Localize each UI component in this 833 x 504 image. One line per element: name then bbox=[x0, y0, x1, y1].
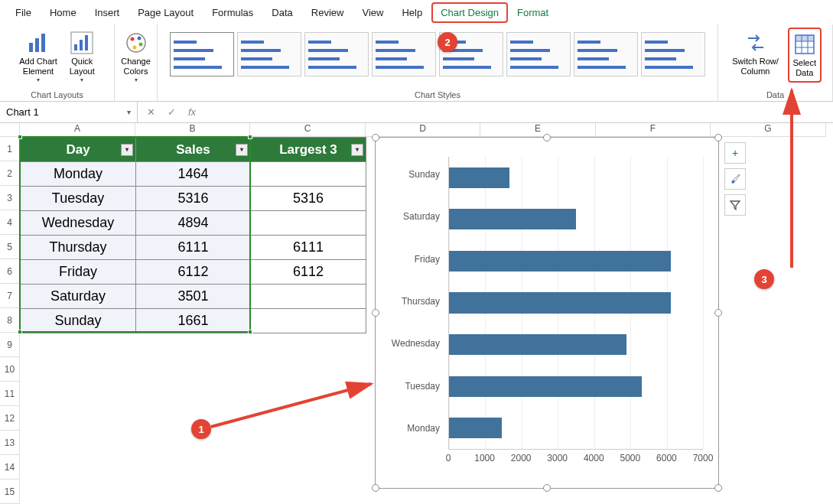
row-header[interactable]: 2 bbox=[0, 161, 20, 186]
column-header[interactable]: C bbox=[250, 123, 366, 137]
table-cell[interactable]: Wednesday bbox=[21, 211, 136, 236]
column-header[interactable]: D bbox=[366, 123, 480, 137]
column-header[interactable]: A bbox=[20, 123, 135, 137]
menu-view[interactable]: View bbox=[353, 2, 392, 23]
row-header[interactable]: 15 bbox=[0, 480, 20, 504]
row-header[interactable]: 8 bbox=[0, 308, 20, 333]
chart-style-7[interactable] bbox=[574, 32, 638, 76]
menu-chart-design[interactable]: Chart Design bbox=[431, 2, 508, 23]
chart-filters-button[interactable] bbox=[724, 194, 746, 216]
table-cell[interactable]: 1661 bbox=[136, 309, 251, 333]
embedded-chart[interactable]: MondayTuesdayWednesdayThursdayFridaySatu… bbox=[375, 137, 719, 489]
menu-home[interactable]: Home bbox=[41, 2, 86, 23]
filter-button[interactable]: ▾ bbox=[351, 144, 363, 156]
table-cell[interactable]: 6112 bbox=[251, 260, 366, 285]
chart-resize-handle[interactable] bbox=[372, 309, 379, 317]
row-header[interactable]: 10 bbox=[0, 357, 20, 382]
table-cell[interactable]: 1464 bbox=[136, 162, 251, 187]
chart-style-2[interactable] bbox=[237, 32, 301, 76]
chart-resize-handle[interactable] bbox=[714, 484, 722, 492]
select-all-corner[interactable] bbox=[0, 123, 20, 137]
chart-style-8[interactable] bbox=[641, 32, 705, 76]
table-cell[interactable]: 6112 bbox=[136, 260, 251, 285]
row-header[interactable]: 11 bbox=[0, 382, 20, 406]
table-cell[interactable]: 3501 bbox=[136, 285, 251, 309]
row-header[interactable]: 6 bbox=[0, 259, 20, 284]
table-header-largest3[interactable]: Largest 3▾ bbox=[251, 138, 366, 162]
table-cell[interactable]: 5316 bbox=[136, 187, 251, 211]
chart-resize-handle[interactable] bbox=[372, 484, 379, 492]
menu-file[interactable]: File bbox=[6, 2, 41, 23]
chart-elements-button[interactable]: + bbox=[724, 142, 746, 164]
row-header[interactable]: 1 bbox=[0, 137, 20, 161]
chart-style-4[interactable] bbox=[372, 32, 436, 76]
row-header[interactable]: 13 bbox=[0, 431, 20, 455]
chart-style-6[interactable] bbox=[506, 32, 571, 76]
row-header[interactable]: 5 bbox=[0, 235, 20, 259]
chart-styles-button[interactable] bbox=[724, 168, 746, 190]
table-cell[interactable] bbox=[251, 211, 366, 236]
table-cell[interactable] bbox=[251, 309, 366, 333]
row-header[interactable]: 3 bbox=[0, 186, 20, 210]
table-cell[interactable] bbox=[251, 285, 366, 309]
chart-resize-handle[interactable] bbox=[543, 134, 551, 141]
row-header[interactable]: 14 bbox=[0, 455, 20, 480]
table-row: Tuesday53165316 bbox=[21, 187, 366, 211]
table-cell[interactable]: 6111 bbox=[136, 236, 251, 260]
chart-style-1[interactable] bbox=[170, 32, 234, 76]
select-data-button[interactable]: Select Data bbox=[788, 28, 822, 83]
table-cell[interactable] bbox=[251, 162, 366, 187]
name-box[interactable]: Chart 1 ▾ bbox=[0, 102, 138, 122]
formula-cancel-button[interactable]: ✕ bbox=[144, 106, 158, 118]
table-cell[interactable]: Monday bbox=[21, 162, 136, 187]
chart-bar[interactable] bbox=[449, 292, 671, 313]
row-header[interactable]: 12 bbox=[0, 406, 20, 431]
column-header[interactable]: F bbox=[596, 123, 711, 137]
column-header[interactable]: B bbox=[135, 123, 250, 137]
formula-confirm-button[interactable]: ✓ bbox=[164, 106, 179, 118]
table-header-sales[interactable]: Sales▾ bbox=[136, 138, 251, 162]
quick-layout-button[interactable]: Quick Layout ▾ bbox=[67, 28, 98, 87]
switch-row-column-button[interactable]: Switch Row/ Column bbox=[729, 28, 782, 83]
menu-formulas[interactable]: Formulas bbox=[203, 2, 262, 23]
column-header[interactable]: E bbox=[480, 123, 596, 137]
chart-bar[interactable] bbox=[449, 418, 502, 438]
x-tick-label: 6000 bbox=[656, 453, 677, 463]
table-cell[interactable]: Friday bbox=[21, 260, 136, 285]
chart-bar[interactable] bbox=[449, 167, 509, 188]
chart-resize-handle[interactable] bbox=[714, 309, 722, 317]
menu-insert[interactable]: Insert bbox=[86, 2, 129, 23]
row-header[interactable]: 9 bbox=[0, 333, 20, 357]
menu-help[interactable]: Help bbox=[392, 2, 431, 23]
chart-bar[interactable] bbox=[449, 209, 576, 229]
table-cell[interactable]: Tuesday bbox=[21, 187, 136, 211]
y-tick-label: Wednesday bbox=[391, 338, 444, 349]
chart-resize-handle[interactable] bbox=[543, 484, 551, 492]
menu-review[interactable]: Review bbox=[302, 2, 353, 23]
row-header[interactable]: 4 bbox=[0, 210, 20, 235]
fx-button[interactable]: fx bbox=[185, 106, 199, 118]
chart-resize-handle[interactable] bbox=[714, 134, 722, 141]
menu-data[interactable]: Data bbox=[262, 2, 301, 23]
table-header-day[interactable]: Day▾ bbox=[21, 138, 136, 162]
add-chart-element-button[interactable]: Add Chart Element ▾ bbox=[16, 28, 60, 87]
table-cell[interactable]: 6111 bbox=[251, 236, 366, 260]
filter-button[interactable]: ▾ bbox=[236, 144, 248, 156]
table-cell[interactable]: 4894 bbox=[136, 211, 251, 236]
quick-layout-icon bbox=[70, 31, 94, 55]
table-cell[interactable]: 5316 bbox=[251, 187, 366, 211]
chart-resize-handle[interactable] bbox=[372, 134, 379, 141]
table-cell[interactable]: Saturday bbox=[21, 285, 136, 309]
chart-bar[interactable] bbox=[449, 251, 671, 272]
filter-button[interactable]: ▾ bbox=[121, 144, 133, 156]
column-header[interactable]: G bbox=[711, 123, 826, 137]
row-header[interactable]: 7 bbox=[0, 284, 20, 308]
chart-style-3[interactable] bbox=[304, 32, 369, 76]
menu-page-layout[interactable]: Page Layout bbox=[129, 2, 203, 23]
menu-format[interactable]: Format bbox=[508, 2, 558, 23]
chart-bar[interactable] bbox=[449, 376, 642, 397]
table-cell[interactable]: Thursday bbox=[21, 236, 136, 260]
table-cell[interactable]: Sunday bbox=[21, 309, 136, 333]
change-colors-button[interactable]: Change Colors ▾ bbox=[118, 28, 154, 87]
chart-bar[interactable] bbox=[449, 334, 626, 355]
